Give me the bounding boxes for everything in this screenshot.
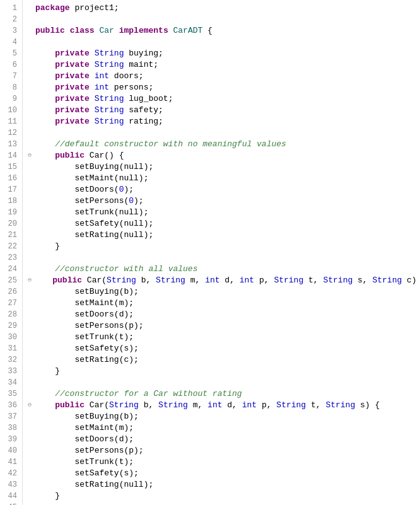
type-int: int: [205, 275, 219, 286]
code-token: [35, 456, 74, 468]
kw-public: public: [35, 25, 65, 37]
code-token: [33, 275, 52, 286]
code-token: [35, 105, 55, 116]
code-line: setMaint(m);: [28, 422, 420, 434]
code-token: [35, 343, 74, 354]
line-number: 1: [3, 3, 17, 14]
code-line: private int doors;: [28, 71, 420, 82]
line-number: 15: [3, 161, 17, 173]
punct: d,: [223, 400, 242, 411]
line-number: 33: [3, 366, 17, 377]
type-string: String: [95, 59, 124, 71]
line-number: 6: [3, 59, 17, 71]
fold-indicator[interactable]: ⊖: [28, 150, 34, 161]
type-string: String: [372, 275, 402, 286]
code-line: [28, 377, 420, 388]
line-number: 5: [3, 48, 17, 59]
code-line: [28, 127, 420, 139]
punct: Car(: [85, 400, 109, 411]
kw-private: private: [55, 82, 90, 93]
code-line: setDoors(d);: [28, 309, 420, 320]
type-string: String: [95, 48, 124, 59]
code-line: setDoors(d);: [28, 434, 420, 445]
line-number: 24: [3, 264, 17, 275]
punct: lug_boot;: [124, 93, 173, 105]
line-number: 4: [3, 37, 17, 48]
punct: doors;: [109, 71, 144, 82]
code-token: [35, 445, 74, 456]
line-number: 18: [3, 195, 17, 207]
method: setRating(null);: [74, 479, 153, 490]
punct: );: [134, 195, 144, 207]
code-line: [28, 14, 420, 25]
method: setTrunk(t);: [74, 332, 134, 343]
code-token: [35, 434, 74, 445]
line-number: 32: [3, 354, 17, 366]
fold-indicator[interactable]: ⊖: [28, 275, 32, 286]
code-token: [35, 48, 55, 59]
code-token: [90, 48, 95, 59]
code-line: setBuying(null);: [28, 161, 420, 173]
punct: b,: [139, 400, 158, 411]
line-number: 21: [3, 229, 17, 241]
method: setMaint(null);: [74, 173, 148, 184]
code-token: [35, 195, 74, 207]
code-token: [35, 59, 55, 71]
method: setDoors(d);: [74, 309, 134, 320]
code-line: setRating(null);: [28, 229, 420, 241]
code-token: [90, 93, 95, 105]
code-line: setMaint(m);: [28, 298, 420, 309]
line-numbers-gutter: 1234567891011121314151617181920212223242…: [0, 0, 23, 505]
line-number: 26: [3, 286, 17, 298]
code-line: setDoors(0);: [28, 184, 420, 195]
punct: safety;: [124, 105, 163, 116]
method: setBuying(b);: [74, 286, 138, 298]
code-token: [35, 173, 74, 184]
type-string: String: [109, 400, 139, 411]
line-number: 22: [3, 241, 17, 252]
punct: Car() {: [85, 150, 124, 161]
code-line: private int persons;: [28, 82, 420, 93]
method: setSafety(null);: [74, 218, 153, 229]
punct: }: [35, 490, 60, 502]
line-number: 37: [3, 411, 17, 422]
method: setSafety(s);: [74, 468, 138, 479]
method: setDoors(: [74, 184, 119, 195]
kw-package: package: [35, 3, 70, 14]
code-line: [28, 252, 420, 264]
code-token: [35, 116, 55, 127]
line-number: 16: [3, 173, 17, 184]
method: setMaint(m);: [74, 298, 134, 309]
fold-indicator[interactable]: ⊖: [28, 400, 34, 411]
type-string: String: [107, 275, 136, 286]
code-token: [35, 161, 74, 173]
code-line: setPersons(p);: [28, 445, 420, 456]
code-token: [35, 229, 74, 241]
method: setPersons(p);: [74, 445, 143, 456]
code-line: private String rating;: [28, 116, 420, 127]
line-number: 31: [3, 343, 17, 354]
code-line: ⊖ public Car(String b, String m, int d, …: [28, 400, 420, 411]
code-line: ⊖ public Car() {: [28, 150, 420, 161]
line-number: 34: [3, 377, 17, 388]
punct: m,: [185, 275, 205, 286]
type-int: int: [95, 82, 109, 93]
code-line: setPersons(p);: [28, 320, 420, 332]
line-number: 2: [3, 14, 17, 25]
type-int: int: [242, 400, 257, 411]
code-token: [65, 25, 70, 37]
code-line: //constructor with all values: [28, 264, 420, 275]
code-content[interactable]: package project1;public class Car implem…: [23, 0, 420, 505]
type-string: String: [325, 400, 355, 411]
line-number: 19: [3, 207, 17, 218]
code-line: setSafety(s);: [28, 468, 420, 479]
code-token: [90, 116, 95, 127]
punct: t,: [303, 275, 323, 286]
kw-public: public: [55, 150, 85, 161]
line-number: 36: [3, 400, 17, 411]
punct: }: [35, 366, 60, 377]
code-line: package project1;: [28, 3, 420, 14]
code-line: setSafety(null);: [28, 218, 420, 229]
line-number: 35: [3, 388, 17, 400]
code-line: setRating(c);: [28, 354, 420, 366]
